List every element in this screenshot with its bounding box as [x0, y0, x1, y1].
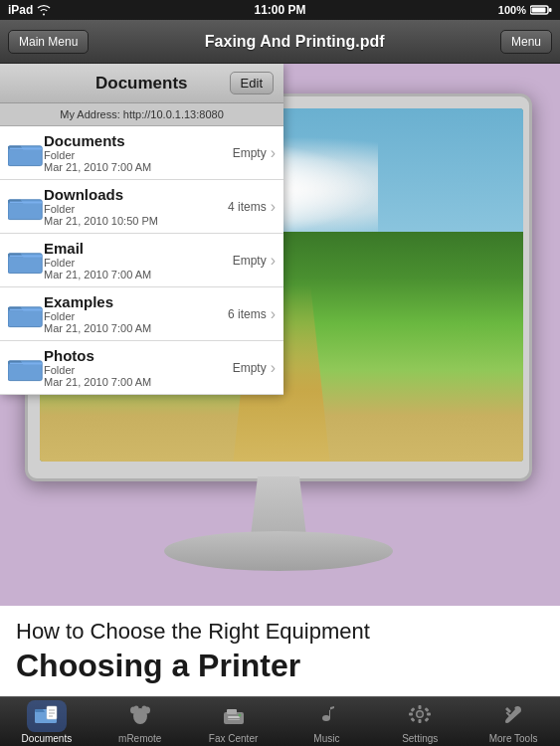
edit-button[interactable]: Edit — [230, 72, 274, 94]
file-info-examples: Examples Folder Mar 21, 2010 7:00 AM — [44, 293, 228, 334]
ipad-label: iPad — [8, 3, 33, 17]
tab-settings[interactable]: Settings — [380, 696, 460, 747]
mremote-tab-icon — [126, 702, 154, 726]
nav-title: Faxing And Printing.pdf — [205, 33, 385, 51]
file-type-email: Folder — [44, 257, 233, 269]
svg-point-27 — [238, 713, 241, 716]
file-date-downloads: Mar 21, 2010 10:50 PM — [44, 215, 228, 227]
svg-rect-4 — [10, 147, 42, 149]
file-info-downloads: Downloads Folder Mar 21, 2010 10:50 PM — [44, 186, 228, 227]
file-item-examples[interactable]: Examples Folder Mar 21, 2010 7:00 AM 6 i… — [0, 287, 283, 341]
file-type-examples: Folder — [44, 310, 228, 322]
svg-rect-33 — [427, 712, 431, 715]
svg-rect-37 — [425, 717, 430, 722]
file-item-documents[interactable]: Documents Folder Mar 21, 2010 7:00 AM Em… — [0, 126, 283, 180]
file-meta-documents: Empty — [233, 146, 267, 160]
file-info-email: Email Folder Mar 21, 2010 7:00 AM — [44, 240, 233, 280]
svg-rect-10 — [10, 308, 42, 310]
svg-rect-35 — [425, 707, 430, 712]
menu-button[interactable]: Menu — [500, 30, 552, 54]
faxcenter-tab-icon — [220, 702, 248, 726]
tab-music[interactable]: Music — [286, 696, 366, 747]
file-meta-examples: 6 items — [228, 307, 267, 321]
folder-icon-photos — [8, 353, 44, 383]
folder-icon-documents — [8, 138, 44, 168]
documents-title: Documents — [54, 74, 230, 93]
tab-documents[interactable]: Documents — [7, 696, 87, 747]
file-list: Documents Folder Mar 21, 2010 7:00 AM Em… — [0, 126, 283, 395]
moretools-tab-icon — [499, 702, 527, 726]
status-right: 100% — [498, 4, 552, 16]
tab-label-settings: Settings — [402, 733, 438, 744]
svg-rect-6 — [10, 201, 42, 203]
tab-icon-wrap-music — [306, 700, 346, 732]
nav-bar: Main Menu Faxing And Printing.pdf Menu — [0, 20, 560, 64]
music-tab-icon — [312, 702, 340, 726]
file-name-photos: Photos — [44, 347, 233, 364]
monitor-neck — [244, 476, 313, 536]
wifi-icon — [37, 4, 51, 16]
docs-address: My Address: http://10.0.1.13:8080 — [0, 103, 283, 126]
file-name-email: Email — [44, 240, 233, 257]
folder-icon-email — [8, 246, 44, 276]
file-name-examples: Examples — [44, 293, 228, 310]
main-content: Documents Edit My Address: http://10.0.1… — [0, 64, 560, 746]
main-menu-button[interactable]: Main Menu — [8, 30, 89, 54]
folder-icon-downloads — [8, 192, 44, 222]
svg-rect-36 — [411, 717, 416, 722]
file-date-email: Mar 21, 2010 7:00 AM — [44, 269, 233, 280]
svg-point-22 — [141, 705, 146, 710]
battery-icon — [530, 4, 552, 16]
svg-rect-30 — [419, 705, 422, 709]
svg-rect-8 — [10, 255, 42, 257]
file-item-downloads[interactable]: Downloads Folder Mar 21, 2010 10:50 PM 4… — [0, 180, 283, 234]
documents-tab-icon — [33, 702, 61, 726]
file-item-photos[interactable]: Photos Folder Mar 21, 2010 7:00 AM Empty… — [0, 341, 283, 395]
file-meta-email: Empty — [233, 254, 267, 268]
bottom-subheading: Choosing a Printer — [16, 647, 544, 684]
svg-rect-34 — [411, 707, 416, 712]
svg-rect-31 — [419, 719, 422, 723]
status-bar: iPad 11:00 PM 100% — [0, 0, 560, 20]
tab-label-faxcenter: Fax Center — [209, 733, 258, 744]
tab-mremote[interactable]: mRemote — [100, 696, 180, 747]
bottom-text-area: How to Choose the Right Equipment Choosi… — [0, 606, 560, 696]
svg-rect-24 — [227, 709, 237, 714]
file-type-documents: Folder — [44, 149, 233, 161]
chevron-icon-photos: › — [271, 359, 276, 377]
tab-bar: Documents mRemote — [0, 696, 560, 746]
chevron-icon-examples: › — [271, 305, 276, 323]
tab-label-moretools: More Tools — [489, 733, 538, 744]
chevron-icon-documents: › — [271, 144, 276, 162]
file-type-photos: Folder — [44, 364, 233, 376]
file-meta-photos: Empty — [233, 361, 267, 375]
tab-moretools[interactable]: More Tools — [473, 696, 553, 747]
status-time: 11:00 PM — [254, 3, 305, 17]
svg-rect-2 — [549, 8, 552, 12]
documents-header: Documents Edit — [0, 64, 283, 103]
tab-icon-wrap-settings — [400, 700, 440, 732]
tab-icon-wrap-faxcenter — [214, 700, 254, 732]
chevron-icon-downloads: › — [271, 198, 276, 216]
file-date-documents: Mar 21, 2010 7:00 AM — [44, 161, 233, 173]
file-name-documents: Documents — [44, 132, 233, 149]
file-type-downloads: Folder — [44, 203, 228, 215]
file-item-email[interactable]: Email Folder Mar 21, 2010 7:00 AM Empty … — [0, 234, 283, 287]
file-meta-downloads: 4 items — [228, 200, 267, 214]
svg-rect-1 — [532, 8, 546, 13]
bottom-heading: How to Choose the Right Equipment — [16, 618, 544, 647]
battery-percent: 100% — [498, 4, 526, 16]
svg-rect-32 — [409, 712, 413, 715]
tab-label-mremote: mRemote — [118, 733, 161, 744]
status-left: iPad — [8, 3, 51, 17]
svg-point-29 — [418, 711, 423, 716]
folder-icon-examples — [8, 299, 44, 329]
tab-icon-wrap-mremote — [120, 700, 160, 732]
tab-icon-wrap-documents — [27, 700, 67, 732]
svg-rect-26 — [228, 719, 240, 720]
tab-label-music: Music — [313, 733, 339, 744]
tab-faxcenter[interactable]: Fax Center — [194, 696, 274, 747]
tab-label-documents: Documents — [22, 733, 73, 744]
svg-rect-12 — [10, 362, 42, 364]
svg-rect-25 — [228, 716, 240, 718]
